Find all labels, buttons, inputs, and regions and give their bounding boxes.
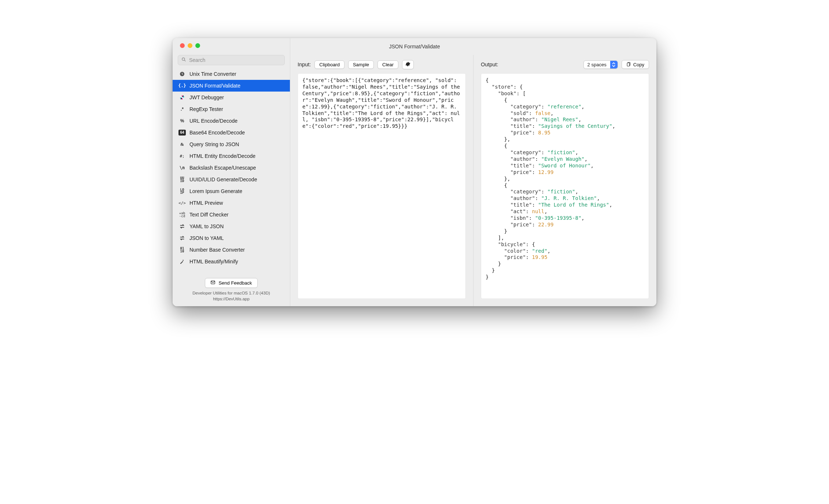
ampersand-icon: & — [178, 141, 186, 148]
output-label: Output: — [481, 62, 498, 67]
sidebar-item-query-string-to-json[interactable]: &Query String to JSON — [173, 138, 290, 150]
copy-button[interactable]: Copy — [622, 60, 649, 69]
sidebar-item-json-format-validate[interactable]: {.}JSON Format/Validate — [173, 80, 290, 92]
chevron-updown-icon — [610, 61, 618, 68]
sidebar-item-html-beautify-minify[interactable]: HTML Beautify/Minify — [173, 256, 290, 267]
uuid-icon: UUID — [178, 176, 186, 183]
code-tag-icon: </> — [178, 199, 186, 207]
sidebar-item-label: HTML Beautify/Minify — [189, 259, 238, 264]
sample-button[interactable]: Sample — [348, 60, 374, 69]
sidebar-item-html-entity-encode-decode[interactable]: #;HTML Entity Encode/Decode — [173, 150, 290, 162]
swap-icon — [178, 234, 186, 242]
sidebar-item-text-diff-checker[interactable]: +ab-cdText Diff Checker — [173, 209, 290, 220]
search-icon — [181, 57, 186, 63]
percent-icon: % — [178, 117, 186, 125]
sidebar-item-yaml-to-json[interactable]: YAML to JSON — [173, 220, 290, 232]
sidebar-item-label: RegExp Tester — [189, 106, 223, 112]
sidebar-item-html-preview[interactable]: </>HTML Preview — [173, 197, 290, 209]
sidebar: Unix Time Converter{.}JSON Format/Valida… — [173, 38, 290, 306]
search-input[interactable] — [188, 57, 281, 63]
sidebar-item-label: YAML to JSON — [189, 223, 224, 229]
sidebar-item-label: URL Encode/Decode — [189, 118, 237, 124]
app-version-text: Developer Utilities for macOS 1.7.0 (43D… — [192, 290, 270, 296]
sidebar-item-base64-encode-decode[interactable]: 64Base64 Encode/Decode — [173, 127, 290, 138]
sidebar-item-jwt-debugger[interactable]: JWT Debugger — [173, 92, 290, 103]
main-area: Input: Clipboard Sample Clear {"store":{… — [290, 38, 656, 306]
app-url-text: https://DevUtils.app — [192, 296, 270, 302]
sidebar-item-regexp-tester[interactable]: .*RegExp Tester — [173, 103, 290, 115]
swap-icon — [178, 223, 186, 230]
settings-button[interactable] — [402, 60, 414, 69]
abcd-icon: +ab-cd — [178, 211, 186, 218]
sidebar-item-url-encode-decode[interactable]: %URL Encode/Decode — [173, 115, 290, 127]
mail-icon — [210, 280, 215, 286]
sidebar-item-backslash-escape-unescape[interactable]: \nBackslash Escape/Unescape — [173, 162, 290, 174]
64-badge-icon: 64 — [178, 130, 186, 136]
gear-icon — [405, 62, 410, 68]
sidebar-item-number-base-converter[interactable]: 0110Number Base Converter — [173, 244, 290, 256]
loip-icon: LOIP — [178, 188, 186, 195]
sidebar-item-label: Query String to JSON — [189, 141, 239, 147]
window-controls — [180, 43, 200, 48]
wand-icon — [178, 258, 186, 265]
sidebar-item-label: Base64 Encode/Decode — [189, 130, 245, 136]
sidebar-item-label: HTML Entity Encode/Decode — [189, 153, 255, 159]
sidebar-item-label: Lorem Ipsum Generate — [189, 188, 242, 194]
regex-icon: .* — [178, 105, 186, 113]
hash-semicolon-icon: #; — [178, 152, 186, 160]
sidebar-item-uuid-ulid-generate-decode[interactable]: UUIDUUID/ULID Generate/Decode — [173, 174, 290, 185]
binary-icon: 0110 — [178, 246, 186, 253]
clock-icon — [178, 70, 186, 78]
svg-line-1 — [184, 60, 185, 61]
input-textarea[interactable]: {"store":{"book":[{"category":"reference… — [298, 73, 466, 299]
jwt-icon — [178, 94, 186, 101]
sidebar-item-label: Unix Time Converter — [189, 71, 236, 77]
copy-label: Copy — [633, 62, 644, 67]
output-view[interactable]: { "store": { "book": [ { "category": "re… — [481, 73, 649, 299]
tool-list[interactable]: Unix Time Converter{.}JSON Format/Valida… — [173, 68, 290, 275]
sidebar-item-json-to-yaml[interactable]: JSON to YAML — [173, 232, 290, 244]
close-window-button[interactable] — [180, 43, 185, 48]
sidebar-item-label: Number Base Converter — [189, 247, 245, 253]
sidebar-item-label: HTML Preview — [189, 200, 223, 206]
zoom-window-button[interactable] — [195, 43, 200, 48]
clipboard-icon — [626, 62, 631, 67]
svg-rect-11 — [627, 63, 630, 66]
sidebar-item-label: Text Diff Checker — [189, 212, 228, 218]
sidebar-item-label: UUID/ULID Generate/Decode — [189, 177, 257, 182]
search-field-wrap[interactable] — [178, 55, 285, 65]
backslash-n-icon: \n — [178, 164, 186, 171]
input-pane: Input: Clipboard Sample Clear {"store":{… — [290, 55, 473, 306]
sidebar-item-label: JSON to YAML — [189, 235, 224, 241]
indent-select[interactable]: 2 spaces — [583, 60, 618, 69]
input-label: Input: — [298, 62, 311, 67]
app-window: JSON Format/Validate Unix Time Converter… — [173, 38, 656, 306]
sidebar-footer: Send Feedback Developer Utilities for ma… — [173, 275, 290, 306]
braces-icon: {.} — [178, 82, 186, 89]
output-pane: Output: 2 spaces Copy — [473, 55, 656, 306]
sidebar-item-label: Backslash Escape/Unescape — [189, 165, 256, 171]
indent-select-value: 2 spaces — [584, 61, 610, 68]
svg-point-0 — [182, 58, 185, 60]
sidebar-item-lorem-ipsum-generate[interactable]: LOIPLorem Ipsum Generate — [173, 185, 290, 197]
minimize-window-button[interactable] — [188, 43, 192, 48]
send-feedback-label: Send Feedback — [218, 280, 252, 286]
clear-button[interactable]: Clear — [377, 60, 398, 69]
sidebar-item-unix-time-converter[interactable]: Unix Time Converter — [173, 68, 290, 80]
send-feedback-button[interactable]: Send Feedback — [205, 278, 257, 288]
sidebar-item-label: JSON Format/Validate — [189, 83, 240, 89]
clipboard-button[interactable]: Clipboard — [314, 60, 345, 69]
sidebar-item-label: JWT Debugger — [189, 94, 224, 100]
